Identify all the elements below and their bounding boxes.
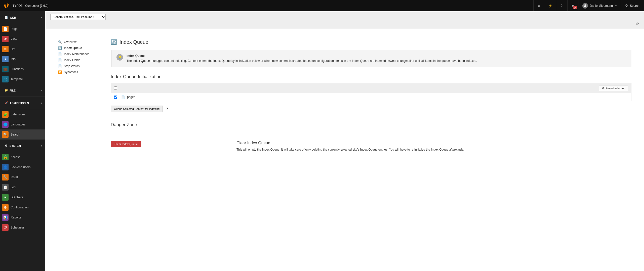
chevron-down-icon: ▾ — [615, 4, 617, 7]
row-checkbox-pages[interactable] — [114, 96, 117, 99]
module-item-label: Page — [11, 27, 18, 31]
module-group-file[interactable]: 📁FILE◂ — [0, 84, 45, 97]
star-outline-icon: ☆ — [635, 22, 639, 26]
subnav-item-queue[interactable]: 🔄Index Queue — [58, 45, 101, 51]
module-item-label: Install — [11, 175, 18, 179]
subnav-icon: 🔄 — [58, 46, 62, 50]
module-item-extensions[interactable]: 🧩Extensions — [0, 109, 45, 119]
queue-icon: 🔄 — [111, 39, 117, 45]
subnav-item-syn[interactable]: 🔀Synonyms — [58, 69, 101, 75]
module-item-view[interactable]: 👁View — [0, 34, 45, 44]
page-select-dropdown[interactable]: Congratulations, Root Page ID: 3 — [50, 14, 106, 20]
module-item-label: Extensions — [11, 113, 25, 116]
module-group-web[interactable]: 📄WEB▾ — [0, 11, 45, 24]
module-item-functions[interactable]: 💼Functions — [0, 64, 45, 74]
module-item-info[interactable]: ℹInfo — [0, 54, 45, 64]
module-item-list[interactable]: ≣List — [0, 44, 45, 54]
clear-index-queue-button[interactable]: Clear Index Queue — [111, 141, 141, 147]
help-button[interactable]: ? — [556, 0, 567, 11]
subnav-item-overview[interactable]: 🔍Overview — [58, 39, 101, 45]
help-icon: ? — [561, 4, 562, 8]
subnav-label: Stop Words — [64, 64, 79, 68]
chevron-down-icon: ▾ — [41, 16, 42, 19]
lightbulb-icon: 💡 — [116, 54, 123, 61]
module-item-install[interactable]: 🔧Install — [0, 172, 45, 182]
page-selector[interactable]: Congratulations, Root Page ID: 3 — [50, 14, 106, 20]
file-icon: 📄 — [3, 16, 10, 19]
global-search[interactable]: Search — [620, 0, 644, 11]
module-item-scheduler[interactable]: ⏱Scheduler — [0, 222, 45, 233]
module-item-label: Template — [11, 77, 23, 81]
help-tooltip[interactable]: ? — [166, 107, 168, 111]
info-title: Index Queue — [127, 54, 477, 58]
search-label: Search — [630, 4, 639, 8]
info-icon: ℹ — [2, 56, 9, 62]
module-item-searchm[interactable]: 🔍Search — [0, 129, 45, 140]
select-all-checkbox[interactable] — [114, 86, 117, 90]
subnav-icon: 🔍 — [58, 40, 62, 44]
subnav-label: Overview — [64, 40, 76, 44]
subnav-icon: 📄 — [58, 58, 62, 62]
subnav-label: Index Queue — [64, 46, 82, 50]
init-table: ↺ Revert selection 📄 pages — [111, 83, 631, 101]
module-item-label: Search — [11, 133, 20, 136]
init-heading: Index Queue Initialization — [111, 74, 631, 79]
module-group-system[interactable]: ⚙SYSTEM▾ — [0, 140, 45, 152]
globe-icon: 🌐 — [2, 121, 9, 128]
revert-selection-button[interactable]: ↺ Revert selection — [599, 85, 628, 91]
module-item-access[interactable]: 🔒Access — [0, 152, 45, 162]
lock-icon: 🔒 — [2, 154, 9, 160]
module-item-label: Info — [11, 57, 16, 61]
notifications-count: 64 — [573, 6, 577, 9]
module-menu: 📄WEB▾📄Page👁View≣ListℹInfo💼Functions⬚Temp… — [0, 11, 45, 271]
subnav-label: Synonyms — [64, 70, 78, 74]
file-icon: 📄 — [121, 95, 125, 99]
user-menu[interactable]: Daniel Siepmann ▾ — [579, 0, 620, 11]
bolt-icon: ⚡ — [548, 4, 552, 8]
divider — [111, 134, 631, 134]
avatar-icon — [582, 3, 588, 9]
chevron-down-icon: ▾ — [41, 102, 42, 104]
subnav-icon: 🔀 — [58, 70, 62, 74]
topbar: TYPO3 - Composer [7.6.9] ★ ⚡ ? ▦ 64 Dani… — [0, 0, 644, 11]
module-subnav: 🔍Overview🔄Index Queue📄Index Maintenance📄… — [58, 39, 101, 151]
module-item-label: Access — [11, 155, 20, 159]
module-item-languages[interactable]: 🌐Languages — [0, 119, 45, 129]
module-item-label: List — [11, 47, 15, 51]
page-title: 🔄 Index Queue — [111, 39, 631, 45]
module-item-page[interactable]: 📄Page — [0, 24, 45, 34]
module-group-admin-tools[interactable]: 🚀ADMIN TOOLS▾ — [0, 97, 45, 109]
typo3-logo — [3, 2, 10, 9]
module-item-log[interactable]: 📋Log — [0, 182, 45, 192]
chevron-left-icon: ◂ — [41, 89, 42, 92]
module-item-config[interactable]: ⚙Configuration — [0, 202, 45, 212]
chevron-down-icon: ▾ — [41, 145, 42, 147]
queue-selected-button[interactable]: Queue Selected Content for Indexing — [111, 106, 163, 112]
module-item-beusers[interactable]: 👤Backend users — [0, 162, 45, 172]
subnav-item-fields[interactable]: 📄Index Fields — [58, 57, 101, 63]
module-item-label: Functions — [11, 67, 24, 71]
flush-cache-button[interactable]: ⚡ — [545, 0, 556, 11]
eye-icon: 👁 — [2, 36, 9, 42]
notifications-button[interactable]: ▦ 64 — [567, 0, 579, 11]
list-icon: ≣ — [2, 46, 9, 52]
subnav-label: Index Maintenance — [64, 52, 89, 56]
user-name: Daniel Siepmann — [590, 4, 613, 8]
subnav-item-stop[interactable]: 📄Stop Words — [58, 63, 101, 69]
bookmark-button[interactable]: ★ — [533, 0, 545, 11]
file-icon: 📄 — [2, 26, 9, 32]
bookmark-page-button[interactable]: ☆ — [635, 21, 639, 26]
danger-heading: Danger Zone — [111, 122, 631, 127]
template-icon: ⬚ — [2, 76, 9, 82]
module-item-reports[interactable]: 📊Reports — [0, 212, 45, 222]
sliders-icon: ⚙ — [2, 204, 9, 211]
danger-zone: Clear Index Queue Clear Index Queue This… — [111, 141, 631, 151]
briefcase-icon: 💼 — [2, 66, 9, 72]
module-item-template[interactable]: ⬚Template — [0, 74, 45, 84]
subnav-icon: 📄 — [58, 52, 62, 56]
clear-title: Clear Index Queue — [236, 141, 464, 145]
subnav-label: Index Fields — [64, 58, 80, 62]
module-item-dbcheck[interactable]: ≡DB check — [0, 192, 45, 202]
subnav-item-maint[interactable]: 📄Index Maintenance — [58, 51, 101, 57]
module-item-label: Log — [11, 186, 16, 189]
